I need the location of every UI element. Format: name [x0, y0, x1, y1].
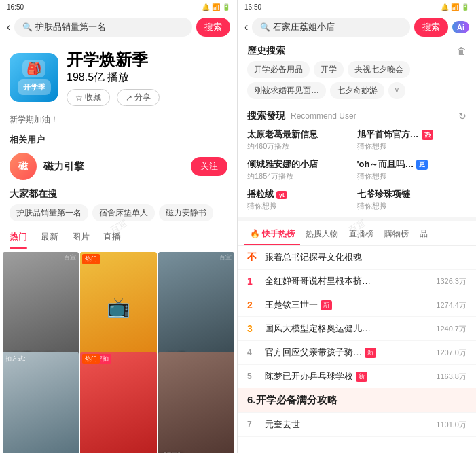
discover-item-6[interactable]: 七爷珍珠项链 猜你想搜 — [357, 185, 467, 215]
discover-item-4[interactable]: 'oh～而且吗…更 猜你想搜 — [357, 155, 467, 185]
hero-card: 🎒 开学季 开学焕新季 198.5亿 播放 ☆ 收藏 ↗ 分享 — [0, 41, 237, 114]
hot-item-7[interactable]: 7 元奎去世 1101.0万 — [238, 413, 476, 437]
hot-text-7: 元奎去世 — [265, 418, 433, 431]
discover-grid: 太原老葛最新信息 约460万播放 旭平首饰官方…热 猜你想搜 倾城雅安娜的小店 … — [238, 125, 476, 215]
discover-item-2-sub: 猜你想搜 — [357, 141, 467, 151]
hot-item-2[interactable]: 2 王楚钦三世一新 1274.4万 — [238, 293, 476, 317]
hero-info: 开学焕新季 198.5亿 播放 ☆ 收藏 ↗ 分享 — [67, 49, 160, 106]
hot-item-1[interactable]: 1 全红婵哥哥说村里根本挤… 1326.3万 — [238, 270, 476, 293]
video-thumb-4[interactable]: 拍方式: — [3, 352, 79, 453]
history-tag-3[interactable]: 央视七夕晚会 — [348, 61, 410, 78]
left-search-button[interactable]: 搜索 — [196, 18, 230, 37]
hot-rank-7: 7 — [247, 420, 261, 429]
tab-latest[interactable]: 最新 — [41, 225, 58, 249]
tab-images[interactable]: 图片 — [72, 225, 90, 249]
left-status-bar: 16:50 🔔 📶 🔋 — [0, 0, 237, 14]
discover-subtitle: Recommend User — [291, 111, 356, 121]
right-search-input-wrap[interactable]: 🔍 石家庄荔姐小店 — [252, 18, 410, 37]
hot-tabs: 🔥 快手热榜 热搜人物 直播榜 購物榜 品 — [238, 221, 476, 246]
history-tag-1[interactable]: 开学必备用品 — [247, 61, 310, 78]
history-tag-2[interactable]: 开学 — [314, 61, 344, 78]
hot-count-4: 1207.0万 — [436, 348, 466, 358]
related-users-title: 相关用户 — [0, 131, 237, 149]
hot-count-5: 1163.8万 — [436, 372, 466, 382]
hot-item-5[interactable]: 5 陈梦已开办乒乓球学校新 1163.8万 — [238, 365, 476, 388]
hot-rank-4: 4 — [247, 348, 261, 357]
right-back-button[interactable]: ‹ — [244, 21, 248, 33]
discover-item-3-sub: 约1854万播放 — [247, 171, 357, 181]
content-tabs: 热门 最新 图片 直播 — [0, 225, 237, 249]
popular-search-section: 大家都在搜 护肤品销量第一名 宿舍床垫单人 磁力安静书 — [0, 184, 237, 225]
discover-item-5[interactable]: 摇粒绒 yt 猜你想搜 — [247, 185, 357, 215]
hero-icon-label: 开学季 — [18, 79, 51, 95]
video-thumb-1[interactable]: 开学不都是9月1号吗 ♡ 32.3万 百宣 — [3, 252, 79, 362]
hot-count-3: 1240.7万 — [436, 324, 466, 334]
left-status-icons: 🔔 📶 🔋 — [202, 3, 230, 11]
right-status-icons: 🔔 📶 🔋 — [441, 3, 469, 11]
hero-icon: 🎒 开学季 — [10, 53, 58, 102]
hot-tab-people[interactable]: 热搜人物 — [300, 224, 344, 245]
star-icon: ☆ — [75, 93, 83, 103]
hot-rank-1: 1 — [247, 276, 261, 287]
video-thumb-5[interactable]: ●我要拍 热门 — [80, 352, 156, 453]
left-search-input-wrap[interactable]: 🔍 护肤品销量第一名 — [14, 18, 192, 37]
hot-item-6[interactable]: 6.开学必备满分攻略 — [238, 388, 476, 413]
popular-tag-1[interactable]: 护肤品销量第一名 — [10, 204, 88, 221]
popular-tags: 护肤品销量第一名 宿舍床垫单人 磁力安静书 — [10, 204, 227, 221]
tab-live[interactable]: 直播 — [103, 225, 121, 249]
hero-title: 开学焕新季 — [67, 49, 160, 71]
hot-text-5: 陈梦已开办乒乓球学校新 — [265, 370, 433, 382]
right-search-text: 石家庄荔姐小店 — [273, 21, 335, 33]
trash-icon[interactable]: 🗑 — [457, 46, 466, 56]
new-badge-2: 新 — [321, 300, 332, 310]
share-button[interactable]: ↗ 分享 — [117, 89, 160, 106]
hot-rank-5: 5 — [247, 372, 261, 381]
hero-play-count: 198.5亿 播放 — [67, 71, 160, 85]
right-search-button[interactable]: 搜索 — [414, 18, 448, 37]
discover-item-4-sub: 猜你想搜 — [357, 171, 467, 181]
hot-text-3: 国风大模型定格奥运健儿… — [265, 323, 433, 335]
hot-tab-more[interactable]: 品 — [414, 224, 433, 245]
hot-text-1: 全红婵哥哥说村里根本挤… — [265, 275, 433, 287]
video-thumb-3[interactable]: ♡ 37.9万 百宣 — [158, 252, 234, 362]
share-icon: ↗ — [126, 93, 132, 103]
collect-button[interactable]: ☆ 收藏 — [67, 89, 110, 106]
discover-header: 搜索發現 Recommend User ↻ — [238, 107, 476, 125]
discover-item-1-sub: 约460万播放 — [247, 141, 357, 151]
left-back-button[interactable]: ‹ — [7, 21, 10, 33]
hot-text-4: 官方回应父亲带孩子骑…新 — [265, 346, 433, 359]
refresh-icon[interactable]: ↻ — [458, 111, 466, 122]
discover-item-1-title: 太原老葛最新信息 — [247, 128, 357, 141]
discover-item-3[interactable]: 倾城雅安娜的小店 约1854万播放 — [247, 155, 357, 185]
popular-tag-3[interactable]: 磁力安静书 — [159, 204, 213, 221]
discover-item-1[interactable]: 太原老葛最新信息 约460万播放 — [247, 125, 357, 155]
video-thumb-6[interactable]: 明天开学… — [158, 352, 234, 453]
user-avatar: 磁 — [10, 153, 37, 180]
hero-subtext: 新学期加油！ — [0, 114, 237, 131]
hot-tab-live[interactable]: 直播榜 — [344, 224, 379, 245]
hot-item-3[interactable]: 3 国风大模型定格奥运健儿… 1240.7万 — [238, 317, 476, 341]
history-tag-4[interactable]: 刚被求婚再见面… — [247, 82, 326, 99]
tab-hot[interactable]: 热门 — [10, 225, 27, 249]
hot-text-special: 跟着总书记探寻文化根魂 — [265, 251, 466, 264]
popular-tag-2[interactable]: 宿舍床垫单人 — [92, 204, 155, 221]
discover-item-6-sub: 猜你想搜 — [357, 201, 467, 211]
history-tag-5[interactable]: 七夕奇妙游 — [330, 82, 384, 99]
hot-count-2: 1274.4万 — [436, 300, 466, 310]
hot-count-7: 1101.0万 — [436, 420, 466, 430]
history-more-button[interactable]: ∨ — [388, 82, 405, 99]
follow-button[interactable]: 关注 — [191, 157, 227, 176]
discover-title: 搜索發現 — [247, 110, 285, 122]
discover-item-4-title: 'oh～而且吗…更 — [357, 158, 467, 170]
hot-tab-shop[interactable]: 購物榜 — [379, 224, 414, 245]
hot-section: 🔥 快手热榜 热搜人物 直播榜 購物榜 品 不 跟着总书记探寻文化根魂 1 全红… — [238, 221, 476, 453]
hot-item-4[interactable]: 4 官方回应父亲带孩子骑…新 1207.0万 — [238, 341, 476, 365]
video-thumb-2[interactable]: 热门 📺 ♡ 3212 — [80, 252, 156, 362]
discover-item-2[interactable]: 旭平首饰官方…热 猜你想搜 — [357, 125, 467, 155]
video-grid: 开学不都是9月1号吗 ♡ 32.3万 百宣 热门 📺 ♡ 3212 — [0, 249, 237, 453]
more-badge: 更 — [416, 160, 428, 170]
history-tags: 开学必备用品 开学 央视七夕晚会 刚被求婚再见面… 七夕奇妙游 ∨ — [238, 60, 476, 105]
hot-item-special[interactable]: 不 跟着总书记探寻文化根魂 — [238, 246, 476, 270]
hot-tab-trending[interactable]: 🔥 快手热榜 — [244, 224, 300, 245]
left-search-text: 护肤品销量第一名 — [35, 21, 106, 33]
